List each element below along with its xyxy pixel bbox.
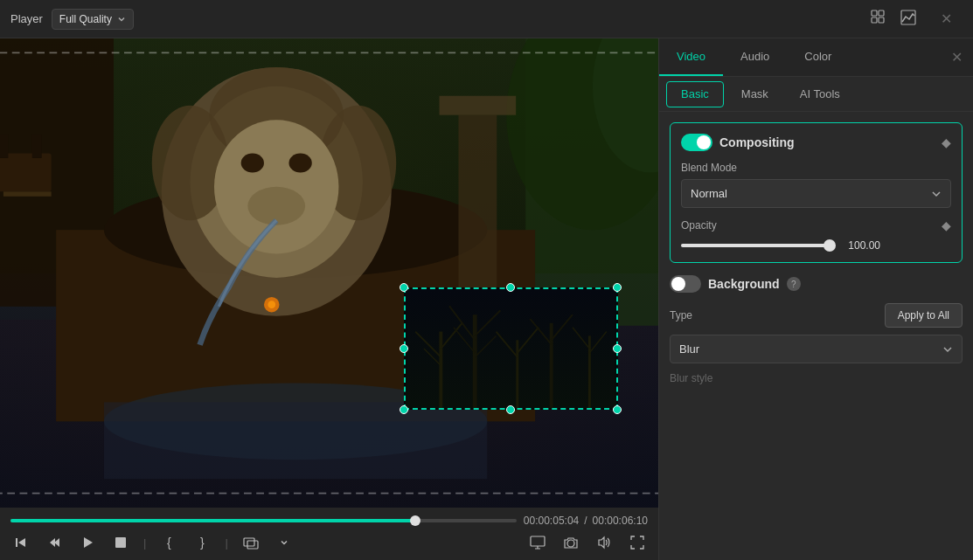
panel-close-button[interactable]: ✕ bbox=[941, 49, 973, 66]
opacity-slider-thumb[interactable] bbox=[824, 239, 836, 252]
opacity-row: Opacity ◆ bbox=[681, 218, 951, 232]
tab-audio[interactable]: Audio bbox=[723, 38, 787, 76]
svg-rect-10 bbox=[0, 135, 8, 158]
fountain-scene bbox=[0, 38, 658, 508]
opacity-slider-track[interactable] bbox=[681, 244, 830, 247]
quality-dropdown[interactable]: Full Quality bbox=[52, 9, 134, 30]
top-toolbar: Player Full Quality ✕ bbox=[0, 0, 973, 38]
svg-rect-51 bbox=[16, 538, 17, 547]
current-time: 00:00:05:04 bbox=[524, 515, 579, 527]
video-controls: 00:00:05:04 / 00:00:06:10 bbox=[0, 508, 658, 560]
screenshot-button[interactable] bbox=[560, 532, 581, 553]
chevron-down-icon bbox=[117, 15, 126, 24]
blend-mode-label: Blend Mode bbox=[681, 162, 951, 174]
tab-ai-tools[interactable]: AI Tools bbox=[786, 81, 854, 107]
svg-rect-54 bbox=[247, 541, 258, 549]
pip-handle-middle-right[interactable] bbox=[613, 344, 622, 353]
svg-rect-3 bbox=[879, 17, 884, 23]
volume-button[interactable] bbox=[594, 532, 615, 553]
tab-color[interactable]: Color bbox=[787, 38, 849, 76]
opacity-keyframe-icon[interactable]: ◆ bbox=[942, 218, 951, 232]
svg-point-25 bbox=[268, 301, 275, 308]
progress-bar-container: 00:00:05:04 / 00:00:06:10 bbox=[10, 515, 648, 527]
tab-video[interactable]: Video bbox=[659, 38, 723, 76]
blur-type-value: Blur bbox=[679, 342, 699, 356]
stop-button[interactable] bbox=[110, 532, 131, 553]
progress-thumb[interactable] bbox=[410, 515, 420, 526]
svg-rect-12 bbox=[3, 191, 52, 196]
tab-basic[interactable]: Basic bbox=[666, 81, 724, 107]
panel-tabs-sub: Basic Mask AI Tools bbox=[659, 77, 973, 112]
controls-row: | { } | bbox=[10, 532, 648, 553]
pip-tree-svg bbox=[406, 289, 616, 408]
compositing-keyframe-icon[interactable]: ◆ bbox=[942, 135, 951, 149]
panel-tabs-top: Video Audio Color ✕ bbox=[659, 38, 973, 77]
right-panel: Video Audio Color ✕ Basic Mask AI Tools bbox=[658, 38, 973, 560]
help-icon[interactable]: ? bbox=[787, 277, 801, 291]
mark-in-button[interactable]: { bbox=[158, 532, 179, 553]
svg-point-56 bbox=[567, 540, 574, 547]
pip-handle-bottom-left[interactable] bbox=[400, 405, 408, 414]
scene-svg bbox=[0, 38, 658, 508]
monitor-button[interactable] bbox=[527, 532, 548, 553]
background-title: Background bbox=[708, 277, 780, 291]
bg-toggle-knob bbox=[671, 277, 685, 291]
close-icon[interactable]: ✕ bbox=[930, 10, 963, 27]
play-back-button[interactable] bbox=[44, 532, 65, 553]
blend-mode-chevron-icon bbox=[931, 189, 942, 199]
pip-handle-top-center[interactable] bbox=[506, 283, 515, 292]
pip-handle-bottom-center[interactable] bbox=[506, 405, 515, 414]
svg-rect-55 bbox=[531, 536, 545, 546]
pip-handle-top-left[interactable] bbox=[400, 283, 408, 292]
pip-overlay[interactable] bbox=[404, 287, 618, 410]
background-section: Background ? Type Apply to All Blur bbox=[670, 275, 963, 384]
compositing-toggle[interactable] bbox=[681, 134, 712, 151]
player-label: Player bbox=[10, 12, 43, 25]
video-panel: 00:00:05:04 / 00:00:06:10 bbox=[0, 38, 658, 560]
overlay-button[interactable] bbox=[240, 532, 261, 553]
blur-type-dropdown[interactable]: Blur bbox=[670, 335, 963, 363]
svg-rect-11 bbox=[32, 135, 42, 158]
grid-icon[interactable] bbox=[871, 10, 886, 29]
progress-track[interactable] bbox=[10, 519, 517, 522]
blend-mode-value: Normal bbox=[691, 187, 727, 200]
main-content: 00:00:05:04 / 00:00:06:10 bbox=[0, 38, 973, 560]
pip-handle-bottom-right[interactable] bbox=[613, 405, 622, 414]
blur-type-chevron-icon bbox=[942, 344, 953, 355]
play-button[interactable] bbox=[77, 532, 98, 553]
blend-mode-dropdown[interactable]: Normal bbox=[681, 179, 951, 208]
compositing-title: Compositing bbox=[719, 135, 935, 149]
controls-right bbox=[527, 532, 648, 553]
svg-rect-0 bbox=[872, 10, 877, 16]
time-display: 00:00:05:04 / 00:00:06:10 bbox=[524, 515, 648, 527]
toolbar-icons: ✕ bbox=[871, 10, 963, 29]
svg-rect-27 bbox=[440, 96, 517, 115]
time-separator: / bbox=[584, 515, 587, 527]
svg-point-22 bbox=[288, 154, 311, 173]
svg-point-21 bbox=[241, 154, 264, 173]
pip-handle-middle-left[interactable] bbox=[400, 344, 408, 353]
type-label: Type bbox=[670, 309, 692, 321]
separator-2: | bbox=[225, 536, 227, 550]
opacity-slider-container: 100.00 bbox=[681, 239, 951, 252]
progress-fill bbox=[10, 519, 415, 522]
blur-style-label: Blur style bbox=[670, 372, 963, 384]
tab-mask[interactable]: Mask bbox=[727, 81, 782, 107]
quality-value: Full Quality bbox=[59, 13, 112, 25]
svg-rect-29 bbox=[104, 402, 487, 479]
separator-1: | bbox=[143, 536, 146, 550]
type-row: Type Apply to All bbox=[670, 303, 963, 328]
opacity-value: 100.00 bbox=[837, 239, 880, 252]
mark-out-button[interactable]: } bbox=[191, 532, 212, 553]
pip-handle-top-right[interactable] bbox=[613, 283, 622, 292]
apply-all-button[interactable]: Apply to All bbox=[885, 303, 963, 328]
chart-icon[interactable] bbox=[900, 10, 916, 29]
fullscreen-button[interactable] bbox=[627, 532, 648, 553]
background-toggle[interactable] bbox=[670, 275, 701, 293]
skip-back-button[interactable] bbox=[10, 532, 31, 553]
svg-rect-2 bbox=[872, 17, 877, 23]
compositing-section: Compositing ◆ Blend Mode Normal Opacity … bbox=[670, 122, 963, 263]
svg-rect-53 bbox=[244, 538, 254, 546]
overlay-dropdown-button[interactable] bbox=[274, 532, 295, 553]
video-area[interactable] bbox=[0, 38, 658, 508]
